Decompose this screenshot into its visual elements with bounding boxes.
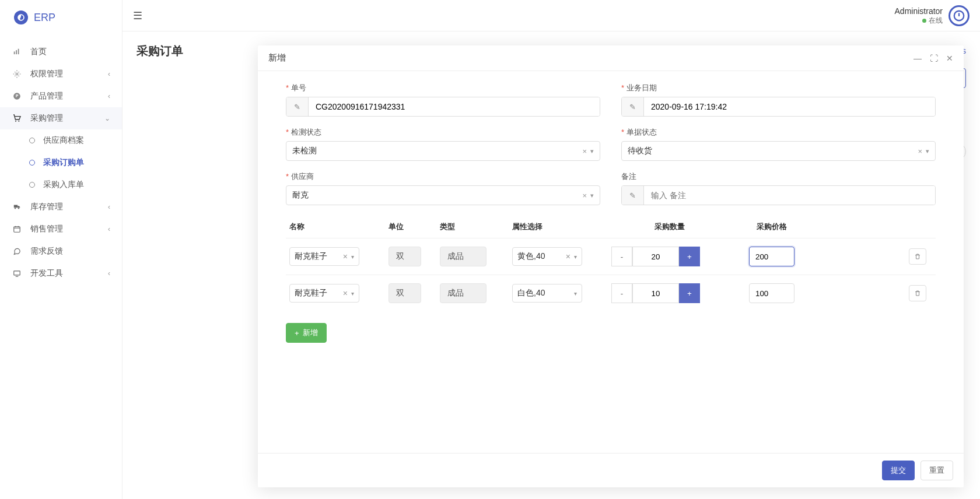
bars-icon (12, 48, 22, 56)
nav-label: 库存管理 (30, 202, 63, 212)
nav-sub-purchase-order[interactable]: 采购订购单 (12, 152, 122, 174)
clear-icon[interactable]: × (582, 147, 587, 156)
clear-icon[interactable]: × (582, 191, 587, 200)
nav-purchase[interactable]: 采购管理 ⌄ (0, 107, 122, 129)
nav-label: 开发工具 (30, 268, 63, 279)
date-input[interactable]: ✎ (621, 97, 936, 117)
nav-sales[interactable]: 销售管理 ‹ (0, 218, 122, 240)
svg-point-7 (18, 121, 19, 122)
supplier-select[interactable]: 耐克 × ▾ (286, 185, 600, 205)
nav-sub-purchase-in[interactable]: 采购入库单 (12, 174, 122, 196)
item-attr-select[interactable]: 黄色,40 × ▾ (512, 247, 582, 266)
chevron-left-icon: ‹ (108, 225, 110, 233)
nav-sub-supplier[interactable]: 供应商档案 (12, 129, 122, 152)
reset-button[interactable]: 重置 (921, 461, 953, 480)
item-attr-select[interactable]: 白色,40 ▾ (512, 284, 582, 303)
user-info[interactable]: Administrator 在线 (895, 6, 943, 26)
avatar[interactable] (949, 5, 970, 26)
modal-body: *单号 ✎ *业务日期 ✎ (258, 71, 964, 453)
chevron-left-icon: ‹ (108, 92, 110, 100)
order-no-field[interactable] (309, 97, 600, 116)
nav-label: 权限管理 (30, 69, 63, 79)
nav-home[interactable]: 首页 (0, 41, 122, 63)
trash-icon (914, 253, 921, 260)
col-attr: 属性选择 (512, 222, 611, 232)
col-name: 名称 (289, 222, 388, 232)
label-date: *业务日期 (621, 83, 936, 93)
svg-rect-1 (16, 50, 17, 54)
qty-stepper: - + (611, 283, 700, 303)
item-unit: 双 (388, 283, 421, 303)
chevron-down-icon: ⌄ (104, 114, 110, 122)
logo[interactable]: ERP (0, 0, 122, 35)
edit-icon: ✎ (622, 186, 644, 205)
qty-plus[interactable]: + (679, 247, 700, 266)
page-title: 采购订单 (136, 43, 183, 59)
nav-dev[interactable]: 开发工具 ‹ (0, 262, 122, 284)
chevron-left-icon: ‹ (108, 70, 110, 78)
items-header: 名称 单位 类型 属性选择 采购数量 采购价格 (286, 216, 936, 238)
svg-point-9 (18, 208, 19, 209)
modal-add-order: 新增 — ⛶ ✕ *单号 ✎ *业 (258, 45, 964, 487)
clear-icon[interactable]: × (566, 252, 570, 261)
item-type: 成品 (440, 283, 487, 303)
maximize-icon[interactable]: ⛶ (930, 54, 938, 63)
price-input[interactable] (749, 283, 794, 303)
calendar-icon (12, 225, 22, 233)
doc-status-select[interactable]: 待收货 × ▾ (621, 141, 936, 161)
caret-down-icon: ▾ (351, 254, 354, 260)
delete-row-button[interactable] (909, 248, 926, 265)
clear-icon[interactable]: × (343, 289, 348, 298)
order-no-input[interactable]: ✎ (286, 97, 600, 117)
main: ☰ Administrator 在线 采购订单 (123, 0, 980, 499)
p-circle-icon: P (12, 92, 22, 100)
caret-down-icon: ▾ (590, 147, 594, 155)
topbar: ☰ Administrator 在线 (123, 0, 980, 31)
nav-inventory[interactable]: 库存管理 ‹ (0, 196, 122, 218)
date-field[interactable] (644, 97, 935, 116)
item-name-select[interactable]: 耐克鞋子 × ▾ (289, 284, 359, 303)
svg-text:P: P (16, 94, 19, 98)
chevron-left-icon: ‹ (108, 269, 110, 277)
nav-label: 采购订购单 (43, 157, 84, 168)
items-table: 名称 单位 类型 属性选择 采购数量 采购价格 耐克鞋子 × (286, 216, 936, 311)
menu-toggle-icon[interactable]: ☰ (133, 9, 142, 22)
truck-icon (12, 203, 22, 211)
nav-label: 采购管理 (30, 113, 63, 124)
check-status-select[interactable]: 未检测 × ▾ (286, 141, 600, 161)
label-doc-status: *单据状态 (621, 127, 936, 138)
nav-products[interactable]: P 产品管理 ‹ (0, 85, 122, 107)
label-check-status: *检测状态 (286, 127, 600, 138)
item-name-select[interactable]: 耐克鞋子 × ▾ (289, 247, 359, 266)
remark-input[interactable]: ✎ (621, 185, 936, 205)
qty-input[interactable] (632, 283, 679, 303)
caret-down-icon: ▾ (574, 290, 577, 297)
nav-permissions[interactable]: 权限管理 ‹ (0, 63, 122, 85)
qty-plus[interactable]: + (679, 283, 700, 303)
dev-icon (12, 269, 22, 277)
qty-minus[interactable]: - (611, 283, 632, 303)
edit-icon: ✎ (286, 97, 309, 116)
caret-down-icon: ▾ (926, 147, 929, 155)
nav-feedback[interactable]: 需求反馈 (0, 240, 122, 262)
nav-purchase-sub: 供应商档案 采购订购单 采购入库单 (0, 129, 122, 196)
add-row-button[interactable]: + 新增 (286, 323, 327, 343)
clear-icon[interactable]: × (343, 252, 348, 261)
svg-point-6 (15, 121, 16, 122)
nav-label: 首页 (30, 47, 47, 57)
col-type: 类型 (440, 222, 512, 232)
qty-minus[interactable]: - (611, 247, 632, 266)
circle-icon (29, 138, 35, 143)
submit-button[interactable]: 提交 (882, 461, 915, 480)
label-remark: 备注 (621, 171, 936, 182)
col-price: 采购价格 (728, 222, 816, 232)
qty-input[interactable] (632, 247, 679, 266)
close-icon[interactable]: ✕ (946, 54, 953, 63)
price-input[interactable] (749, 247, 794, 266)
delete-row-button[interactable] (909, 285, 926, 301)
minimize-icon[interactable]: — (914, 54, 922, 63)
clear-icon[interactable]: × (918, 147, 922, 156)
gear-icon (12, 70, 22, 78)
remark-field[interactable] (644, 186, 935, 205)
qty-stepper: - + (611, 247, 700, 266)
